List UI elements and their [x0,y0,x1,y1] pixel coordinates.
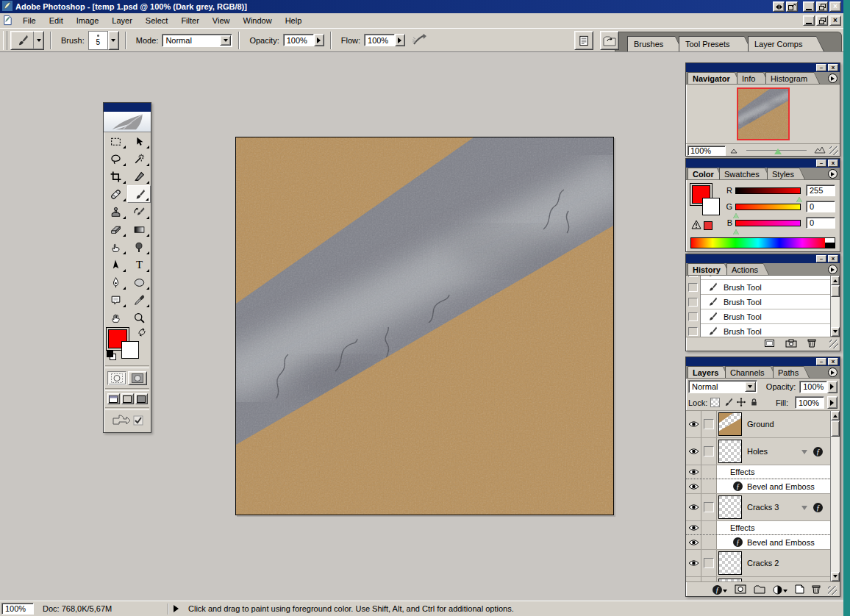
partial-row[interactable] [686,577,830,581]
restore-button[interactable] [816,1,828,12]
color-minimize-button[interactable]: – [816,160,826,167]
layer-thumbnail[interactable] [718,495,742,519]
red-slider-thumb[interactable] [796,194,802,202]
edit-in-imageready-icon[interactable] [112,414,131,429]
layer-link-well[interactable] [701,550,717,576]
history-source-well[interactable] [686,295,701,309]
layer-visibility-toggle[interactable] [686,535,701,549]
color-menu-button[interactable] [828,169,838,179]
layer-visibility-toggle[interactable] [686,465,701,479]
fill-input[interactable]: 100% [795,396,824,409]
document-canvas[interactable] [235,137,614,515]
scroll-down-icon[interactable] [831,572,840,581]
menu-layer[interactable]: Layer [105,14,139,27]
swap-colors-icon[interactable] [138,328,146,338]
doc-restore-button[interactable] [816,15,828,26]
minimize-button[interactable] [803,1,815,12]
navigator-minimize-button[interactable]: – [816,64,826,71]
history-close-button[interactable]: x [828,255,838,262]
layer-link-well[interactable] [701,494,717,520]
layer-style-badge-icon[interactable]: ƒ [813,503,823,512]
blue-value-input[interactable]: 0 [806,217,835,229]
layer-link-well[interactable] [701,438,717,465]
layer-thumbnail[interactable] [718,412,742,436]
utility-window-button[interactable] [786,1,798,12]
new-layer-icon[interactable] [795,584,804,595]
green-slider-thumb[interactable] [733,210,739,218]
tool-dodge[interactable] [127,238,151,256]
color-background-swatch[interactable] [702,198,720,215]
effects-label[interactable]: Effects [730,523,754,532]
layer-row[interactable]: Ground [686,411,830,438]
tool-type[interactable]: T [127,256,151,273]
menu-file[interactable]: File [16,14,43,27]
menu-edit[interactable]: Edit [43,14,70,27]
layer-thumbnail[interactable] [718,440,742,463]
tool-notes[interactable] [104,291,127,309]
doc-close-button[interactable]: × [829,15,841,26]
history-menu-button[interactable] [828,265,838,274]
history-state-row[interactable]: Brush Tool [686,295,830,309]
layers-menu-button[interactable] [828,368,838,377]
red-value-input[interactable]: 255 [806,185,835,196]
utility-arrows-button[interactable] [773,1,785,12]
new-adjustment-layer-icon[interactable] [773,585,788,595]
navigator-resize-grip[interactable] [829,146,838,155]
opacity-spinner[interactable] [314,34,324,46]
color-titlebar[interactable]: – x [686,159,840,168]
effects-row[interactable]: Effects [686,465,830,479]
green-value-input[interactable]: 0 [806,201,835,212]
layer-thumbnail[interactable] [718,551,742,575]
toolbox-titlebar[interactable] [104,103,151,112]
zoom-in-icon[interactable] [814,146,826,155]
style-row[interactable]: ƒBevel and Emboss [686,479,830,494]
blend-mode-dropdown-icon[interactable] [745,382,756,392]
menu-image[interactable]: Image [70,14,106,27]
new-snapshot-icon[interactable] [785,339,797,349]
status-zoom-input[interactable]: 100% [1,603,34,615]
layer-row[interactable]: Cracks 3ƒ [686,494,830,521]
layer-visibility-toggle[interactable] [686,550,701,576]
layer-name[interactable]: Ground [747,420,774,429]
standard-screen-mode-button[interactable] [107,393,120,404]
tool-gradient[interactable] [127,221,151,238]
toggle-brushes-palette-button[interactable] [574,31,593,50]
menu-view[interactable]: View [206,14,237,27]
history-source-well[interactable] [686,324,701,337]
layers-opacity-spinner[interactable] [827,381,838,393]
airbrush-toggle-icon[interactable] [411,32,429,49]
effects-label[interactable]: Effects [730,468,754,476]
history-state-row[interactable]: Brush Tool [686,324,830,337]
layer-style-badge-icon[interactable]: ƒ [813,447,823,456]
options-bar-grip[interactable] [3,31,7,50]
status-hint-arrow-icon[interactable] [174,605,182,612]
gamut-swatch[interactable] [704,221,712,230]
history-source-well[interactable] [686,280,701,295]
blue-slider[interactable] [735,220,801,226]
tab-paths[interactable]: Paths [773,366,810,378]
lock-all-icon[interactable] [749,397,759,409]
history-resize-grip[interactable] [829,340,838,348]
navigator-proxy-view[interactable] [737,87,790,140]
history-scroll-thumb[interactable] [831,285,840,297]
tool-clone-stamp[interactable] [104,203,127,221]
layer-name[interactable]: Holes [747,447,768,456]
current-tool-button[interactable] [10,31,44,50]
zoom-slider-thumb[interactable] [774,145,782,154]
layers-scrollbar[interactable] [830,411,840,581]
layer-name[interactable]: Cracks 2 [747,559,779,567]
layer-row[interactable]: Holesƒ [686,438,830,465]
layer-link-well[interactable] [701,411,717,437]
tab-actions[interactable]: Actions [726,263,769,275]
navigator-close-button[interactable]: x [828,64,838,71]
lock-position-icon[interactable] [736,397,746,409]
tab-histogram[interactable]: Histogram [765,72,820,84]
tool-hand[interactable] [104,309,127,326]
layers-titlebar[interactable]: – x [686,357,840,366]
file-browser-toggle-button[interactable] [600,31,619,50]
tool-move[interactable] [127,132,151,150]
layer-visibility-toggle[interactable] [686,521,701,534]
layer-visibility-toggle[interactable] [686,411,701,437]
tool-magic-wand[interactable] [127,150,151,168]
tab-styles[interactable]: Styles [767,168,805,179]
